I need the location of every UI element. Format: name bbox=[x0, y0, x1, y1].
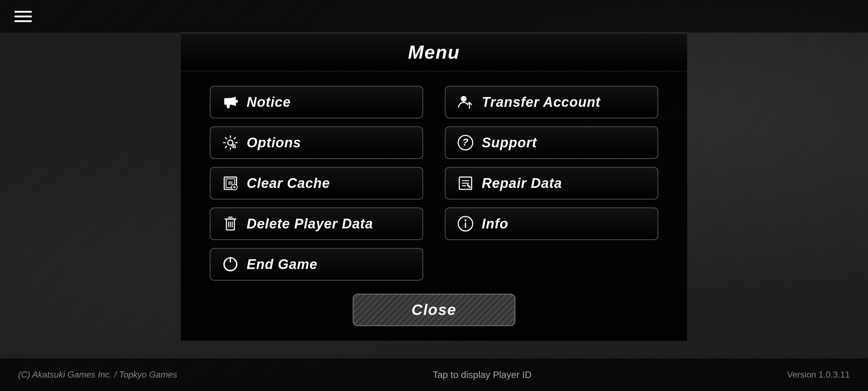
support-label: Support bbox=[482, 135, 537, 151]
delete-player-data-icon bbox=[221, 215, 239, 233]
info-button[interactable]: Info bbox=[445, 207, 658, 240]
support-icon: ? bbox=[456, 134, 475, 152]
transfer-account-icon bbox=[456, 93, 475, 111]
player-id-tap[interactable]: Tap to display Player ID bbox=[433, 369, 532, 381]
notice-icon bbox=[221, 93, 239, 111]
transfer-account-button[interactable]: Transfer Account bbox=[445, 86, 658, 118]
menu-title: Menu bbox=[408, 42, 460, 63]
end-game-icon bbox=[221, 255, 239, 273]
end-game-label: End Game bbox=[247, 257, 318, 272]
button-grid: Notice Transfer Account bbox=[181, 86, 687, 281]
hamburger-menu[interactable] bbox=[14, 11, 32, 22]
clear-cache-label: Clear Cache bbox=[247, 176, 330, 191]
info-label: Info bbox=[482, 216, 509, 232]
copyright-text: (C) Akatsuki Games Inc. / Topkyo Games bbox=[18, 370, 177, 380]
svg-point-0 bbox=[235, 100, 238, 103]
close-row: Close bbox=[181, 294, 687, 326]
top-bar bbox=[0, 0, 868, 33]
delete-player-data-label: Delete Player Data bbox=[247, 216, 373, 232]
transfer-account-label: Transfer Account bbox=[482, 94, 601, 110]
menu-dialog: Menu Notice Transfer Acc bbox=[181, 33, 687, 341]
svg-point-22 bbox=[465, 220, 467, 222]
delete-player-data-button[interactable]: Delete Player Data bbox=[210, 207, 423, 240]
repair-data-button[interactable]: Repair Data bbox=[445, 167, 658, 199]
menu-title-bar: Menu bbox=[181, 33, 687, 71]
options-label: Options bbox=[247, 135, 301, 151]
repair-data-icon bbox=[456, 174, 475, 192]
notice-label: Notice bbox=[247, 94, 291, 110]
svg-text:?: ? bbox=[462, 136, 469, 148]
notice-button[interactable]: Notice bbox=[210, 86, 423, 118]
clear-cache-button[interactable]: Clear Cache bbox=[210, 167, 423, 199]
version-text: Version 1.0.3.11 bbox=[787, 370, 850, 380]
svg-point-1 bbox=[461, 96, 467, 102]
close-button[interactable]: Close bbox=[353, 294, 515, 326]
info-icon bbox=[456, 215, 475, 233]
end-game-button[interactable]: End Game bbox=[210, 248, 423, 281]
bottom-bar: (C) Akatsuki Games Inc. / Topkyo Games T… bbox=[0, 358, 868, 391]
repair-data-label: Repair Data bbox=[482, 176, 562, 191]
options-button[interactable]: Options bbox=[210, 126, 423, 159]
options-icon bbox=[221, 134, 239, 152]
clear-cache-icon bbox=[221, 174, 239, 192]
support-button[interactable]: ? Support bbox=[445, 126, 658, 159]
